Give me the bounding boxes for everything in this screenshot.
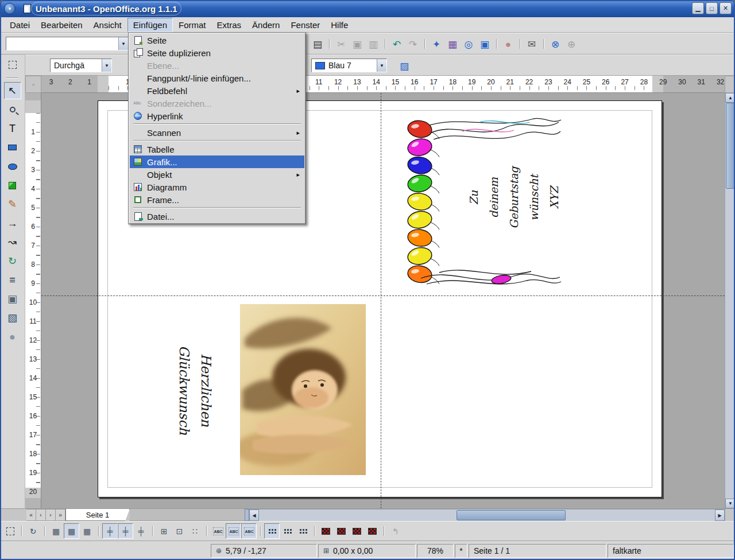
rot ation-mode-button[interactable]: ↻	[25, 523, 41, 539]
snap-to-grid-button[interactable]: ▦	[64, 523, 79, 539]
simple-handles-button[interactable]	[264, 523, 280, 539]
last-page-tab-button[interactable]: »	[56, 509, 65, 521]
menu-item-frame[interactable]: Frame...	[130, 193, 304, 206]
navigator-button[interactable]: ✦	[428, 36, 444, 52]
stop-button[interactable]: ⊗	[547, 36, 563, 52]
vertical-scrollbar-thumb[interactable]	[726, 103, 734, 189]
menu-item-hyperlink[interactable]: Hyperlink	[130, 110, 304, 122]
fullscreen-button[interactable]: ▣	[477, 36, 493, 52]
insert-tool[interactable]: ▧	[4, 309, 21, 326]
prev-page-tab-button[interactable]: ‹	[36, 509, 46, 521]
ruler-corner-button[interactable]: ▫	[25, 76, 41, 93]
menu-ansicht[interactable]: Ansicht	[88, 18, 127, 32]
mail-button[interactable]: ✉	[524, 36, 540, 52]
objects3d-tool[interactable]	[4, 177, 21, 194]
grid-to-front-button[interactable]: ▦	[79, 523, 95, 539]
close-button[interactable]: ✕	[719, 2, 732, 14]
modify-with-attributes-button[interactable]	[295, 523, 311, 539]
chevron-down-icon[interactable]: ▼	[118, 37, 128, 50]
menu-item-seite-duplizieren[interactable]: Seite duplizieren	[130, 46, 304, 59]
arrange-tool[interactable]: ▣	[4, 290, 21, 308]
snap-to-margins-button[interactable]: ⊞	[156, 523, 172, 539]
select-text-area-button[interactable]	[226, 523, 241, 539]
chevron-down-icon[interactable]: ▼	[377, 59, 386, 72]
scroll-right-button[interactable]: ▶	[715, 510, 725, 521]
effects-rotate-tool[interactable]: ↻	[4, 252, 21, 270]
alignment-tool[interactable]: ≡	[4, 271, 21, 289]
select-tool[interactable]: ↖	[4, 82, 21, 99]
double-click-edit-button[interactable]	[241, 523, 257, 539]
first-page-tab-button[interactable]: «	[26, 509, 36, 521]
chevron-down-icon[interactable]: ▼	[102, 59, 111, 72]
statusbar-zoom[interactable]: 78%	[417, 544, 454, 558]
scroll-left-button[interactable]: ◀	[249, 510, 259, 521]
horizontal-scrollbar[interactable]: ◀ ▶	[249, 509, 725, 521]
snap-to-object-border-button[interactable]: ⊡	[172, 523, 187, 539]
quick-editing-button[interactable]	[210, 523, 226, 539]
curve-tool[interactable]: ✎	[4, 196, 21, 213]
statusbar-position[interactable]: ⊕ 5,79 / -1,27	[211, 544, 317, 558]
undo-button[interactable]: ↶	[389, 36, 405, 52]
menu-item-feldbefehl[interactable]: Feldbefehl▸	[130, 84, 304, 97]
card-back-text[interactable]: HerzlichenGlückwunsch	[173, 344, 217, 436]
interoperability-tool[interactable]: ●	[4, 328, 21, 345]
menu-item-grafik[interactable]: Grafik...	[130, 155, 304, 168]
statusbar-layer[interactable]: faltkarte	[608, 544, 734, 558]
url-field[interactable]: ▼	[6, 37, 129, 50]
tab-splitter-handle[interactable]	[245, 509, 249, 521]
line-style-select[interactable]: Durchgä ▼	[50, 59, 112, 72]
text-tool[interactable]: T	[4, 120, 21, 137]
statusbar-size[interactable]: ⊞ 0,00 x 0,00	[318, 544, 416, 558]
vertical-ruler[interactable]: 1234567891011121314151617181920	[25, 93, 41, 508]
menu-aendern[interactable]: Ändern	[247, 18, 285, 32]
select-frame-tool[interactable]	[4, 56, 21, 73]
zoom-tool[interactable]	[4, 101, 21, 118]
menu-item-fangpunkt-linie[interactable]: Fangpunkt/-linie einfügen...	[130, 72, 304, 84]
snap-lines-to-front-button[interactable]: ╪	[133, 523, 149, 539]
menu-item-scannen[interactable]: Scannen▸	[130, 126, 304, 139]
titlebar[interactable]: ▾ Unbenannt3 - OpenOffice.org 1.1.1 ▁□✕	[0, 0, 735, 17]
rectangle-tool[interactable]	[4, 139, 21, 156]
horizontal-snap-line[interactable]	[41, 295, 725, 296]
cherub-image[interactable]	[240, 304, 366, 475]
menu-item-diagramm[interactable]: Diagramm	[130, 181, 304, 193]
print-button[interactable]: ▤	[310, 36, 326, 52]
menu-hilfe[interactable]: Hilfe	[326, 18, 353, 32]
next-page-tab-button[interactable]: ›	[46, 509, 56, 521]
snap-to-snap-lines-button[interactable]: ╪	[118, 523, 133, 539]
display-color-button[interactable]	[318, 523, 334, 539]
vertical-scrollbar[interactable]: ▲ ▼	[725, 93, 735, 508]
menu-bearbeiten[interactable]: Bearbeiten	[36, 18, 88, 32]
show-grid-button[interactable]: ▦	[48, 523, 64, 539]
menu-item-datei[interactable]: Datei...	[130, 210, 304, 223]
snap-to-object-points-button[interactable]: ∷	[187, 523, 203, 539]
edit-points-button[interactable]	[2, 523, 18, 539]
minimize-button[interactable]: ▁	[692, 2, 704, 14]
menu-item-seite[interactable]: Seite	[130, 34, 304, 46]
web-button[interactable]: ◎	[461, 36, 477, 52]
menu-extras[interactable]: Extras	[212, 18, 247, 32]
large-handles-button[interactable]	[280, 523, 295, 539]
scroll-up-button[interactable]: ▲	[725, 93, 735, 103]
menu-item-objekt[interactable]: Objekt▸	[130, 168, 304, 181]
menu-datei[interactable]: Datei	[5, 18, 35, 32]
statusbar-page[interactable]: Seite 1 / 1	[469, 544, 606, 558]
connector-tool[interactable]: ↝	[4, 234, 21, 251]
vertical-snap-line[interactable]	[381, 93, 381, 508]
horizontal-scrollbar-thumb[interactable]	[457, 510, 566, 520]
display-grayscale-button[interactable]	[334, 523, 349, 539]
card-front-text[interactable]: ZudeinemGeburtstagwünschtXYZ	[464, 161, 564, 235]
display-bw-button[interactable]	[349, 523, 365, 539]
ellipse-tool[interactable]	[4, 158, 21, 175]
system-menu-button[interactable]: ▾	[4, 3, 16, 14]
maximize-button[interactable]: □	[706, 2, 718, 14]
fill-color-select[interactable]: Blau 7 ▼	[311, 59, 387, 72]
lines-arrows-tool[interactable]: →	[4, 215, 21, 232]
show-snap-lines-button[interactable]: ╪	[102, 523, 118, 539]
page-tab[interactable]: Seite 1	[65, 509, 130, 521]
menu-item-tabelle[interactable]: Tabelle	[130, 143, 304, 155]
menu-einfuegen[interactable]: Einfügen	[127, 18, 173, 32]
menu-format[interactable]: Format	[173, 18, 211, 32]
display-contrast-button[interactable]	[365, 523, 380, 539]
menu-fenster[interactable]: Fenster	[285, 18, 325, 32]
